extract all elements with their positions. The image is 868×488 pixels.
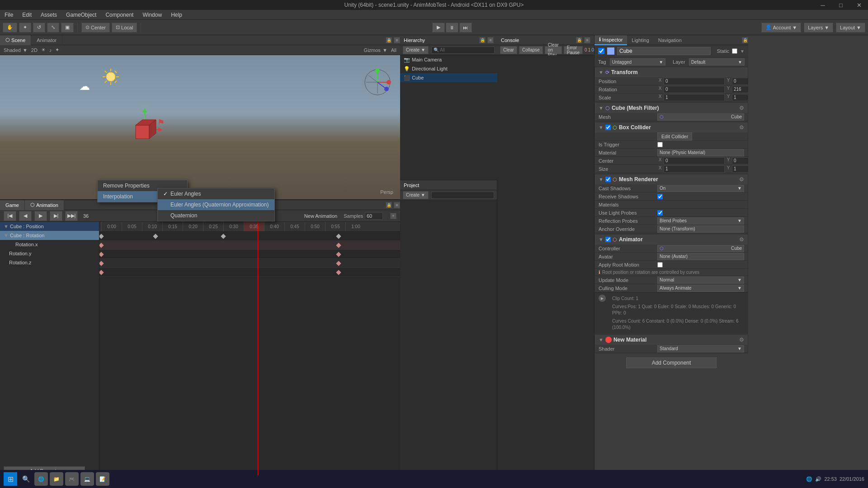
mesh-renderer-header[interactable]: ▼ ⬡ Mesh Renderer ⚙ [595,174,748,184]
new-material-header[interactable]: ▼ New Material ⚙ [595,335,748,345]
shader-dropdown[interactable]: Standard ▼ [657,345,744,352]
center-x[interactable] [664,157,725,164]
material-settings-icon[interactable]: ⚙ [739,337,744,343]
collapse-btn[interactable]: Collapse [519,46,543,54]
size-y[interactable] [732,165,748,173]
prop-rotation-z[interactable]: Rotation.z [0,258,99,267]
transform-rect[interactable]: ▣ [61,23,74,33]
taskbar-vs[interactable]: 💻 [80,472,94,486]
rot-y[interactable] [732,86,748,93]
menu-help[interactable]: Help [166,10,187,20]
rot-x[interactable] [664,86,725,93]
scene-view[interactable]: ☁ [0,55,400,200]
tab-animation[interactable]: ⬡ Animation [25,200,64,210]
play-button[interactable]: ▶ [432,23,445,33]
renderer-enabled[interactable] [605,177,611,182]
culling-dropdown[interactable]: Always Animate ▼ [657,285,744,292]
tab-inspector[interactable]: ℹ Inspector [594,35,627,45]
edit-collider-btn[interactable]: Edit Collider [657,132,692,141]
center-y[interactable] [732,157,748,164]
hier-lock-btn[interactable]: 🔒 [479,37,486,43]
avatar-value[interactable]: None (Avatar) [657,253,744,260]
clear-btn[interactable]: Clear [500,46,517,54]
collider-settings-icon[interactable]: ⚙ [739,124,744,131]
gizmos-btn[interactable]: Gizmos ▼ [364,47,387,53]
reflection-dropdown[interactable]: Blend Probes ▼ [657,217,744,225]
pause-button[interactable]: ⏸ [446,23,458,33]
layout-button[interactable]: Layout ▼ [836,23,865,33]
menu-component[interactable]: Component [101,10,138,20]
anim-end-btn[interactable]: ▶▶| [65,211,78,221]
insp-lock-btn[interactable]: 🔒 [742,37,748,43]
start-btn[interactable]: ⊞ [4,472,17,486]
menu-file[interactable]: File [0,10,18,20]
tab-scene[interactable]: ⬡ Scene [0,35,31,45]
sub-euler-angles[interactable]: ✓ Euler Angles [158,188,274,199]
cast-shadows-dropdown[interactable]: On ▼ [657,185,744,192]
animation-timeline[interactable]: 0:00 0:05 0:10 0:15 0:20 0:25 0:30 0:35 … [99,222,400,475]
pos-y[interactable] [732,78,748,85]
static-checkbox[interactable] [732,48,737,54]
minimize-button[interactable]: ─ [814,0,832,10]
search-btn[interactable]: 🔍 [19,472,33,486]
tab-lighting[interactable]: Lighting [627,35,654,45]
size-x[interactable] [664,165,725,173]
lighting-icon-btn[interactable]: ☀ [41,47,46,53]
clear-on-play-btn[interactable]: Clear on Play [545,46,562,54]
pos-x[interactable] [664,78,725,85]
renderer-settings-icon[interactable]: ⚙ [739,176,744,183]
close-button[interactable]: ✕ [850,0,868,10]
mesh-settings-icon[interactable]: ⚙ [739,105,744,111]
add-curve-btn[interactable]: + [390,213,396,219]
menu-gameobject[interactable]: GameObject [61,10,101,20]
anim-play-btn[interactable]: |◀ [4,211,16,221]
samples-input[interactable] [365,212,383,220]
taskbar-onenote[interactable]: 📝 [96,472,109,486]
add-component-btn[interactable]: Add Component [626,357,717,368]
transform-move[interactable]: ✦ [19,23,31,33]
box-collider-header[interactable]: ▼ ⬡ Box Collider ⚙ [595,122,748,132]
console-menu-btn[interactable]: ≡ [584,37,590,43]
step-button[interactable]: ⏭ [459,23,472,33]
menu-window[interactable]: Window [138,10,166,20]
sub-euler-quaternion[interactable]: Euler Angles (Quaternion Approximation) [158,199,274,210]
tab-game[interactable]: Game [0,200,25,210]
tab-animator[interactable]: Animator [31,35,62,45]
hier-search[interactable]: 🔍 All [431,47,495,54]
is-trigger-checkbox[interactable] [657,142,663,147]
console-lock-btn[interactable]: 🔒 [576,37,582,43]
anim-play2-btn[interactable]: ▶ [34,211,47,221]
prop-rotation-x[interactable]: Rotation.x [0,240,99,249]
tag-dropdown[interactable]: Untagged ▼ [610,58,665,66]
menu-edit[interactable]: Edit [18,10,36,20]
animator-enabled[interactable] [605,237,611,242]
scene-menu-btn[interactable]: ≡ [394,37,400,43]
collider-enabled[interactable] [605,125,611,130]
all-btn[interactable]: All [391,47,396,53]
fx-icon-btn[interactable]: ✦ [55,47,59,53]
scene-lock-btn[interactable]: 🔒 [386,37,392,43]
sub-quaternion[interactable]: Quaternion [158,210,274,221]
mesh-value[interactable]: ⬡ Cube [657,113,744,121]
prop-cube-rotation[interactable]: ▼ Cube : Rotation [0,231,99,240]
prop-cube-position[interactable]: ▼ Cube : Position [0,222,99,231]
controller-value[interactable]: ⬡ Cube [657,245,744,252]
taskbar-unity[interactable]: 🎮 [65,472,79,486]
scale-y[interactable] [732,94,748,101]
center-toggle[interactable]: ⊙ Center [81,23,110,33]
anchor-dropdown[interactable]: None (Transform) [657,225,744,233]
mesh-filter-header[interactable]: ▼ ⬡ Cube (Mesh Filter) ⚙ [595,103,748,113]
object-name-input[interactable] [617,47,711,55]
object-active-checkbox[interactable] [598,48,604,54]
create-btn[interactable]: Create ▼ [403,46,429,54]
transform-hand[interactable]: ✋ [3,23,17,33]
root-motion-checkbox[interactable] [657,262,663,267]
project-create-btn[interactable]: Create ▼ [403,191,429,199]
animator-header[interactable]: ▼ ⬡ Animator ⚙ [595,235,748,244]
update-dropdown[interactable]: Normal ▼ [657,277,744,284]
audio-icon-btn[interactable]: ♪ [49,47,52,53]
anim-prev-btn[interactable]: ◀ [19,211,32,221]
account-button[interactable]: 👤 Account ▼ [761,23,802,33]
twod-toggle[interactable]: 2D [31,47,38,53]
error-pause-btn[interactable]: Error Pause [564,46,583,54]
